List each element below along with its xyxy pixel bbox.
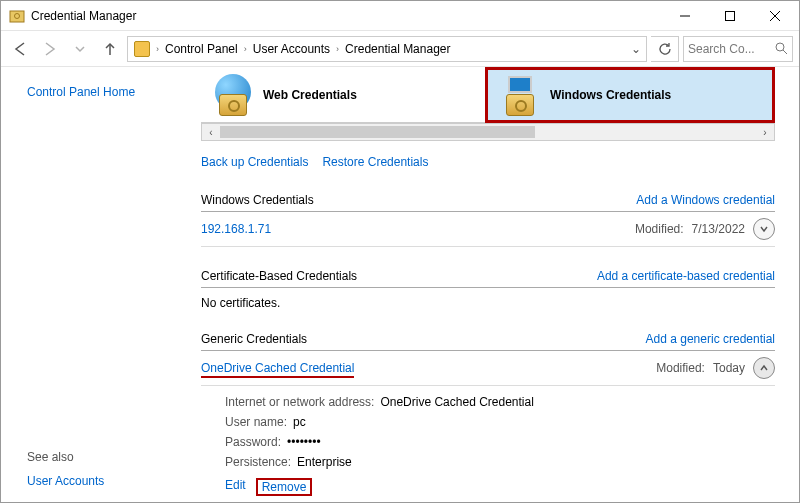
section-generic-credentials: Generic Credentials Add a generic creden… [201,328,775,351]
globe-safe-icon [211,74,253,116]
backup-credentials-link[interactable]: Back up Credentials [201,155,308,169]
scroll-left-icon[interactable]: ‹ [202,127,220,138]
section-windows-credentials: Windows Credentials Add a Windows creden… [201,189,775,212]
svg-rect-3 [725,11,734,20]
persistence-label: Persistence: [225,455,291,469]
user-accounts-link[interactable]: User Accounts [27,474,189,488]
address-value: OneDrive Cached Credential [380,395,533,409]
modified-label: Modified: [635,222,684,236]
sidebar: Control Panel Home See also User Account… [1,67,201,502]
close-button[interactable] [752,2,797,30]
modified-value: 7/13/2022 [692,222,745,236]
svg-point-6 [776,43,784,51]
persistence-value: Enterprise [297,455,352,469]
maximize-button[interactable] [707,2,752,30]
main-panel: Web Credentials Windows Credentials ‹ › … [201,67,799,502]
path-dropdown-icon[interactable]: ⌄ [628,42,644,56]
monitor-safe-icon [498,74,540,116]
tab-web-credentials[interactable]: Web Credentials [201,67,485,123]
credential-row[interactable]: 192.168.1.71 Modified: 7/13/2022 [201,212,775,247]
horizontal-scrollbar[interactable]: ‹ › [201,123,775,141]
breadcrumb[interactable]: › Control Panel › User Accounts › Creden… [127,36,647,62]
tab-label: Windows Credentials [550,88,671,102]
recent-dropdown[interactable] [67,36,93,62]
minimize-button[interactable] [662,2,707,30]
credential-name[interactable]: 192.168.1.71 [201,222,627,236]
address-label: Internet or network address: [225,395,374,409]
username-value: pc [293,415,306,429]
search-input[interactable]: Search Co... [683,36,793,62]
search-placeholder: Search Co... [688,42,771,56]
credential-details: Internet or network address:OneDrive Cac… [201,386,775,474]
chevron-right-icon[interactable]: › [242,44,249,54]
no-certificates-label: No certificates. [201,288,775,314]
window-title: Credential Manager [31,9,662,23]
password-value: •••••••• [287,435,321,449]
modified-label: Modified: [656,361,705,375]
tab-label: Web Credentials [263,88,357,102]
tab-windows-credentials[interactable]: Windows Credentials [485,67,775,123]
back-button[interactable] [7,36,33,62]
scroll-right-icon[interactable]: › [756,127,774,138]
remove-link[interactable]: Remove [256,478,313,496]
scroll-thumb[interactable] [220,126,535,138]
credential-name[interactable]: OneDrive Cached Credential [201,361,354,375]
password-label: Password: [225,435,281,449]
collapse-button[interactable] [753,357,775,379]
refresh-button[interactable] [651,36,679,62]
restore-credentials-link[interactable]: Restore Credentials [322,155,428,169]
chevron-right-icon[interactable]: › [154,44,161,54]
add-windows-credential-link[interactable]: Add a Windows credential [636,193,775,207]
up-button[interactable] [97,36,123,62]
section-title: Certificate-Based Credentials [201,269,597,283]
edit-link[interactable]: Edit [225,478,246,496]
forward-button[interactable] [37,36,63,62]
app-icon [9,8,25,24]
add-certificate-credential-link[interactable]: Add a certificate-based credential [597,269,775,283]
search-icon [775,42,788,55]
window-titlebar: Credential Manager [1,1,799,31]
section-title: Windows Credentials [201,193,636,207]
breadcrumb-item[interactable]: Credential Manager [345,42,450,56]
svg-line-7 [783,50,787,54]
see-also-label: See also [27,450,189,464]
section-title: Generic Credentials [201,332,646,346]
credential-row-expanded[interactable]: OneDrive Cached Credential Modified: Tod… [201,351,775,386]
expand-button[interactable] [753,218,775,240]
section-certificate-credentials: Certificate-Based Credentials Add a cert… [201,265,775,288]
chevron-right-icon[interactable]: › [334,44,341,54]
modified-value: Today [713,361,745,375]
control-panel-home-link[interactable]: Control Panel Home [27,85,189,99]
toolbar: › Control Panel › User Accounts › Creden… [1,31,799,67]
breadcrumb-item[interactable]: User Accounts [253,42,330,56]
svg-rect-0 [10,11,24,22]
folder-icon [134,41,150,57]
breadcrumb-item[interactable]: Control Panel [165,42,238,56]
add-generic-credential-link[interactable]: Add a generic credential [646,332,775,346]
username-label: User name: [225,415,287,429]
